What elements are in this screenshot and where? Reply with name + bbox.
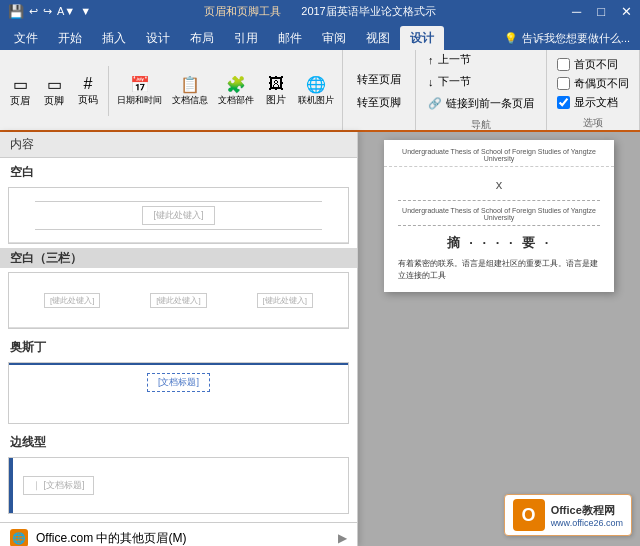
tab-design[interactable]: 设计 xyxy=(136,26,180,50)
navigation-label: 导航 xyxy=(422,118,540,132)
doc-page: Undergraduate Thesis of School of Foreig… xyxy=(384,140,614,292)
quick-access-toolbar: 💾 ↩ ↪ A▼ ▼ xyxy=(0,4,99,19)
odd-even-checkbox[interactable] xyxy=(557,77,570,90)
goto-footer-button[interactable]: 转至页脚 xyxy=(349,93,409,112)
doc-footer-text: Undergraduate Thesis of School of Foreig… xyxy=(398,207,600,221)
prev-section-button[interactable]: ↑上一节 xyxy=(422,50,540,69)
tab-layout[interactable]: 布局 xyxy=(180,26,224,50)
datetime-button[interactable]: 📅 日期和时间 xyxy=(113,72,166,110)
bottom-links-section: 🌐 Office.com 中的其他页眉(M) ▶ ✏ 编辑页眉(E) xyxy=(0,522,357,546)
section-blank3-divider: 空白（三栏） xyxy=(0,248,357,268)
ribbon-group-insert: ▭ 页眉 ▭ 页脚 # 页码 📅 日期和时间 📋 文档信息 🧩 xyxy=(0,50,343,130)
more-icon[interactable]: ▼ xyxy=(80,5,91,17)
gallery-header: 内容 xyxy=(0,132,357,158)
next-section-button[interactable]: ↓下一节 xyxy=(422,72,540,91)
section-blank-label: 空白 xyxy=(0,158,357,183)
picture-button[interactable]: 🖼 图片 xyxy=(260,72,292,110)
doc-abstract-title: 摘 · · · · 要 · xyxy=(398,234,600,252)
font-dropdown-icon[interactable]: A▼ xyxy=(57,5,75,17)
tab-design-active[interactable]: 设计 xyxy=(400,26,444,50)
doc-title: 2017届英语毕业论文格式示 xyxy=(301,4,435,19)
footer-button[interactable]: ▭ 页脚 xyxy=(38,72,70,111)
show-doc-checkbox-row[interactable]: 显示文档 xyxy=(557,95,629,110)
tab-file[interactable]: 文件 xyxy=(4,26,48,50)
link-prev-button[interactable]: 🔗链接到前一条页眉 xyxy=(422,94,540,113)
header-footer-tool-label: 页眉和页脚工具 xyxy=(204,4,281,19)
docparts-button[interactable]: 🧩 文档部件 xyxy=(214,72,258,110)
minimize-btn[interactable]: ─ xyxy=(564,4,589,19)
office-logo-text: Office教程网 www.office26.com xyxy=(551,503,623,528)
more-headers-link[interactable]: 🌐 Office.com 中的其他页眉(M) ▶ xyxy=(0,523,357,546)
window-controls: ─ □ ✕ xyxy=(564,4,640,19)
online-picture-button[interactable]: 🌐 联机图片 xyxy=(294,72,338,110)
tab-view[interactable]: 视图 xyxy=(356,26,400,50)
tab-home[interactable]: 开始 xyxy=(48,26,92,50)
tab-references[interactable]: 引用 xyxy=(224,26,268,50)
redo-icon[interactable]: ↪ xyxy=(43,5,52,18)
blank-item[interactable]: [键此处键入] xyxy=(8,187,349,244)
goto-header-button[interactable]: 转至页眉 xyxy=(349,70,409,89)
lightbulb-icon: 💡 xyxy=(504,32,518,45)
close-btn[interactable]: ✕ xyxy=(613,4,640,19)
help-text: 告诉我您想要做什么... xyxy=(522,31,630,46)
doc-abstract-text: 有着紧密的联系。语言是组建社区的重要工具。语言是建立连接的工具 xyxy=(398,258,600,282)
maximize-btn[interactable]: □ xyxy=(589,4,613,19)
options-label: 选项 xyxy=(557,116,629,130)
ribbon-group-options: 首页不同 奇偶页不同 显示文档 选项 xyxy=(547,50,640,130)
ribbon-group-navigation: ↑上一节 ↓下一节 🔗链接到前一条页眉 导航 xyxy=(416,50,547,130)
first-page-checkbox[interactable] xyxy=(557,58,570,71)
undo-icon[interactable]: ↩ xyxy=(29,5,38,18)
show-doc-checkbox[interactable] xyxy=(557,96,570,109)
help-search[interactable]: 💡 告诉我您想要做什么... xyxy=(504,31,630,46)
section-austin-label: 奥斯丁 xyxy=(0,333,357,358)
first-page-checkbox-row[interactable]: 首页不同 xyxy=(557,57,629,72)
tab-mailings[interactable]: 邮件 xyxy=(268,26,312,50)
tab-review[interactable]: 审阅 xyxy=(312,26,356,50)
sideline-item[interactable]: ｜ [文档标题] xyxy=(8,457,349,514)
sideline-placeholder: ｜ [文档标题] xyxy=(23,476,94,495)
header-button[interactable]: ▭ 页眉 xyxy=(4,72,36,111)
docinfo-button[interactable]: 📋 文档信息 xyxy=(168,72,212,110)
header-gallery-panel: 内容 空白 [键此处键入] 空白（三栏） [键此处键入] [键此处键入] [键此… xyxy=(0,132,358,546)
section-sideline-label: 边线型 xyxy=(0,428,357,453)
austin-item[interactable]: [文档标题] xyxy=(8,362,349,424)
doc-header-text: Undergraduate Thesis of School of Foreig… xyxy=(398,148,600,162)
office-icon: O xyxy=(513,499,545,531)
pagenum-button[interactable]: # 页码 xyxy=(72,72,104,110)
blank-three-item[interactable]: [键此处键入] [键此处键入] [键此处键入] xyxy=(8,272,349,329)
tab-insert[interactable]: 插入 xyxy=(92,26,136,50)
doc-x-mark: x xyxy=(398,177,600,192)
odd-even-checkbox-row[interactable]: 奇偶页不同 xyxy=(557,76,629,91)
office-logo-overlay[interactable]: O Office教程网 www.office26.com xyxy=(504,494,632,536)
ribbon-group-goto: 转至页眉 转至页脚 xyxy=(343,50,416,130)
save-icon[interactable]: 💾 xyxy=(8,4,24,19)
doc-preview-area: Undergraduate Thesis of School of Foreig… xyxy=(358,132,640,546)
